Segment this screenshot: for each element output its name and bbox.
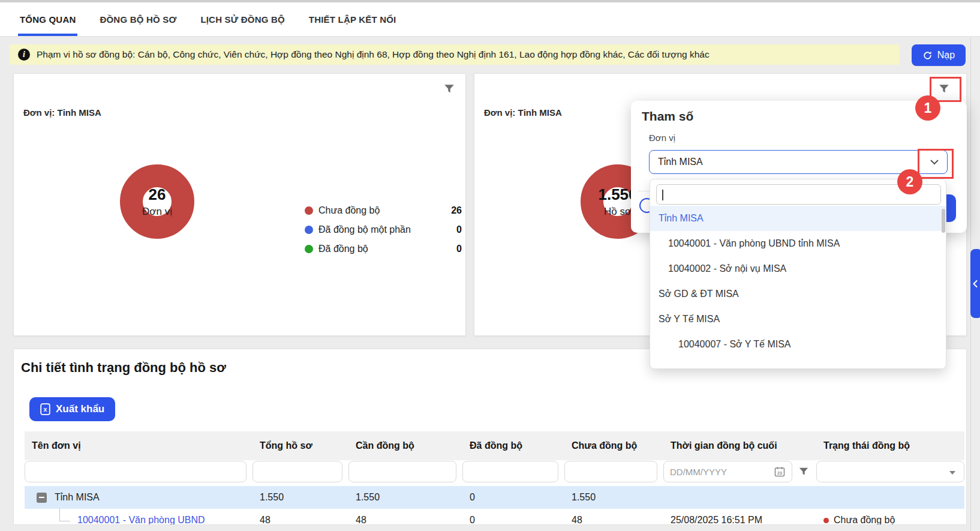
text-cursor bbox=[662, 190, 663, 200]
filter-icon[interactable] bbox=[443, 82, 456, 98]
filter-da-dong-bo[interactable] bbox=[462, 461, 558, 482]
col-ten-don-vi: Tên đơn vị bbox=[25, 440, 252, 451]
unit-field-label: Đơn vị bbox=[649, 133, 675, 143]
option-10040002[interactable]: 10040002 - Sở nội vụ MISA bbox=[650, 256, 946, 281]
reload-button[interactable]: Nạp bbox=[912, 44, 966, 66]
cell-total: 48 bbox=[252, 515, 348, 525]
option-10040007[interactable]: 10040007 - Sở Y Tế MISA bbox=[650, 332, 946, 357]
units-chart-card: Đơn vị: Tỉnh MISA 26 Đơn vị Chưa đồng bộ… bbox=[13, 73, 466, 336]
cell-synced: 0 bbox=[462, 492, 564, 503]
col-tong-ho-so: Tổng hồ sơ bbox=[252, 440, 348, 451]
annotation-step-1: 1 bbox=[915, 95, 940, 121]
option-so-y-te[interactable]: Sở Y Tế MISA bbox=[650, 307, 946, 332]
sync-dashboard: TỔNG QUAN ĐỒNG BỘ HỒ SƠ LỊCH SỬ ĐỒNG BỘ … bbox=[0, 0, 980, 531]
tab-dong-bo-ho-so[interactable]: ĐỒNG BỘ HỒ SƠ bbox=[98, 2, 178, 36]
donut-center: 26 Đơn vị bbox=[97, 142, 217, 262]
cell-synced: 0 bbox=[462, 515, 564, 525]
filter-can-dong-bo[interactable] bbox=[348, 461, 456, 482]
cell-need-sync: 48 bbox=[348, 515, 462, 525]
table-row-10040001[interactable]: 10040001 - Văn phòng UBND 48 48 0 48 25/… bbox=[25, 509, 964, 525]
caret-down-icon bbox=[949, 471, 955, 475]
section-title: Chi tiết tình trạng đồng bộ hồ sơ bbox=[21, 360, 226, 376]
cell-status: Chưa đồng bộ bbox=[816, 515, 964, 525]
row-name-link[interactable]: 10040001 - Văn phòng UBND bbox=[77, 515, 205, 525]
dropdown-options: Tỉnh MISA 10040001 - Văn phòng UBND tỉnh… bbox=[650, 206, 946, 357]
export-button[interactable]: x Xuất khẩu bbox=[29, 397, 115, 421]
annotation-rect-chevron bbox=[918, 149, 954, 179]
table-header-row: Tên đơn vị Tổng hồ sơ Cần đồng bộ Đã đồn… bbox=[25, 431, 964, 460]
excel-icon: x bbox=[40, 403, 50, 415]
col-can-dong-bo: Cần đồng bộ bbox=[348, 440, 462, 451]
cell-need-sync: 1.550 bbox=[348, 492, 462, 503]
col-da-dong-bo: Đã đồng bộ bbox=[462, 440, 564, 451]
table-filter-row: 23 bbox=[25, 461, 964, 482]
legend-dot-blue bbox=[305, 226, 313, 234]
calendar-icon[interactable]: 23 bbox=[774, 466, 786, 480]
donut-center-label: Đơn vị bbox=[142, 206, 172, 218]
scope-info-banner: i Phạm vi hồ sơ đồng bộ: Cán bộ, Công ch… bbox=[10, 44, 900, 65]
tree-connector bbox=[59, 509, 70, 521]
status-dot-red bbox=[823, 518, 829, 523]
dropdown-scrollbar[interactable] bbox=[942, 209, 945, 233]
filter-status-select[interactable] bbox=[816, 461, 964, 482]
cell-last-sync: 25/08/2025 16:51 PM bbox=[663, 515, 816, 525]
annotation-step-2: 2 bbox=[897, 169, 922, 194]
option-tinh-misa[interactable]: Tỉnh MISA bbox=[650, 206, 946, 231]
unit-dropdown-list: Tỉnh MISA 10040001 - Văn phòng UBND tỉnh… bbox=[650, 179, 946, 369]
cell-not-synced: 48 bbox=[564, 515, 663, 525]
option-10040001[interactable]: 10040001 - Văn phòng UBND tỉnh MISA bbox=[650, 231, 946, 256]
filter-date-input[interactable] bbox=[663, 461, 792, 482]
tab-thiet-lap-ket-noi[interactable]: THIẾT LẬP KẾT NỐI bbox=[307, 2, 398, 36]
filter-tong-ho-so[interactable] bbox=[252, 461, 342, 482]
reload-icon bbox=[922, 50, 933, 61]
legend-dot-green bbox=[305, 245, 313, 253]
legend-item: Đã đồng bộ 0 bbox=[305, 239, 462, 259]
filter-ten-don-vi[interactable] bbox=[25, 461, 246, 482]
filter-chua-dong-bo[interactable] bbox=[564, 461, 657, 482]
svg-text:x: x bbox=[44, 406, 47, 413]
info-icon: i bbox=[18, 49, 30, 61]
svg-text:23: 23 bbox=[777, 471, 782, 475]
chart-legend: Chưa đồng bộ 26 Đã đồng bộ một phần 0 Đã… bbox=[305, 201, 462, 259]
tab-tong-quan[interactable]: TỔNG QUAN bbox=[18, 2, 77, 36]
legend-item: Đã đồng bộ một phần 0 bbox=[305, 220, 462, 239]
legend-dot-red bbox=[305, 206, 313, 215]
option-so-gd-dt[interactable]: Sở GD & ĐT MISA bbox=[650, 281, 946, 307]
sync-detail-card: Chi tiết tình trạng đồng bộ hồ sơ x Xuất… bbox=[13, 349, 967, 525]
row-name: Tỉnh MISA bbox=[55, 492, 100, 503]
scope-info-text: Phạm vi hồ sơ đồng bộ: Cán bộ, Công chức… bbox=[37, 49, 710, 60]
popup-title: Tham số bbox=[642, 109, 693, 124]
date-filter-funnel-icon[interactable] bbox=[798, 466, 810, 480]
collapse-icon[interactable] bbox=[37, 493, 47, 503]
tab-lich-su-dong-bo[interactable]: LỊCH SỬ ĐỒNG BỘ bbox=[199, 2, 286, 36]
unit-label: Đơn vị: Tỉnh MISA bbox=[484, 107, 562, 118]
col-thoi-gian: Thời gian đồng bộ cuối bbox=[663, 440, 816, 451]
table-row-tinh-misa[interactable]: Tỉnh MISA 1.550 1.550 0 1.550 bbox=[25, 486, 964, 509]
donut-center-label: Hồ sơ bbox=[604, 206, 632, 218]
col-chua-dong-bo: Chưa đồng bộ bbox=[564, 440, 663, 451]
cell-total: 1.550 bbox=[252, 492, 348, 503]
legend-item: Chưa đồng bộ 26 bbox=[305, 201, 462, 220]
unit-label: Đơn vị: Tỉnh MISA bbox=[23, 107, 101, 118]
chevron-left-icon bbox=[973, 280, 978, 287]
donut-center-value: 26 bbox=[149, 185, 166, 204]
side-panel-toggle[interactable] bbox=[970, 249, 980, 318]
col-trang-thai: Trạng thái đồng bộ bbox=[816, 440, 964, 451]
cell-not-synced: 1.550 bbox=[564, 492, 663, 503]
unit-select-value: Tỉnh MISA bbox=[658, 157, 703, 167]
tab-bar: TỔNG QUAN ĐỒNG BỘ HỒ SƠ LỊCH SỬ ĐỒNG BỘ … bbox=[0, 0, 980, 37]
